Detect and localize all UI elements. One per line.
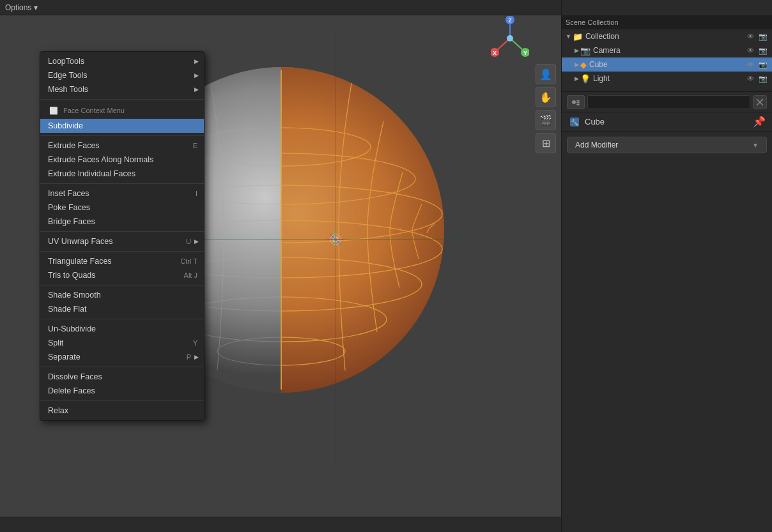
svg-point-55 <box>572 100 576 104</box>
menu-item-mesh-tools[interactable]: Mesh Tools <box>40 82 204 96</box>
svg-point-35 <box>507 35 513 42</box>
face-context-icon: ⬜ <box>48 105 59 116</box>
menu-item-separate[interactable]: Separate P <box>40 350 204 364</box>
menu-item-inset-faces[interactable]: Inset Faces I <box>40 186 204 201</box>
expand-camera-arrow[interactable]: ▶ <box>575 47 579 54</box>
modifier-tab-icon: 🔧 <box>568 116 581 128</box>
viewport-bottom-bar <box>0 517 561 532</box>
properties-panel: 🔧 Cube 📌 Add Modifier <box>562 92 772 158</box>
props-pin-btn[interactable]: 📌 <box>753 116 766 128</box>
menu-label-extrude-faces: Extrude Faces <box>48 141 100 150</box>
menu-item-edge-tools[interactable]: Edge Tools <box>40 68 204 82</box>
light-vis-icon[interactable]: 👁 <box>745 73 755 84</box>
menu-item-tris-to-quads[interactable]: Tris to Quads Alt J <box>40 268 204 282</box>
shortcut-separate: P <box>187 353 191 361</box>
menu-item-loop-tools[interactable]: LoopTools <box>40 54 204 68</box>
shortcut-triangulate: Ctrl T <box>180 257 197 265</box>
menu-item-shade-flat[interactable]: Shade Flat <box>40 302 204 316</box>
props-object-name: Cube <box>585 117 753 126</box>
viewport-right-tools: 👤 ✋ 🎬 ⊞ <box>536 64 556 153</box>
menu-label-split: Split <box>48 338 63 347</box>
outliner-header: Scene Collection <box>562 15 772 29</box>
menu-item-triangulate[interactable]: Triangulate Faces Ctrl T <box>40 254 204 268</box>
menu-label-extrude-along-normals: Extrude Faces Along Normals <box>48 155 153 164</box>
separator-7 <box>40 319 204 319</box>
viewport: Options ▾ <box>0 0 561 532</box>
menu-label-bridge-faces: Bridge Faces <box>48 217 95 226</box>
select-tool-btn[interactable]: 👤 <box>536 64 556 84</box>
camera-actions: 👁 📷 <box>745 45 768 56</box>
move-tool-btn[interactable]: ✋ <box>536 87 556 107</box>
menu-label-shade-smooth: Shade Smooth <box>48 291 101 300</box>
menu-item-extrude-individual[interactable]: Extrude Individual Faces <box>40 167 204 181</box>
collection-vis-icon[interactable]: 👁 <box>745 31 755 42</box>
menu-item-dissolve-faces[interactable]: Dissolve Faces <box>40 370 204 384</box>
svg-rect-56 <box>576 100 580 102</box>
separator-9 <box>40 400 204 401</box>
menu-item-delete-faces[interactable]: Delete Faces <box>40 384 204 398</box>
props-search-btn[interactable] <box>753 95 767 109</box>
props-tab-selector[interactable] <box>567 95 585 109</box>
viewport-options[interactable]: Options ▾ <box>5 3 38 12</box>
svg-rect-57 <box>576 102 580 103</box>
grid-tool-btn[interactable]: ⊞ <box>536 133 556 153</box>
outliner-item-camera[interactable]: ▶ 📷 Camera 👁 📷 <box>562 43 772 57</box>
outliner-item-light[interactable]: ▶ 💡 Light 👁 📷 <box>562 72 772 86</box>
context-menu: LoopTools Edge Tools Mesh Tools ⬜ Face C… <box>40 51 205 421</box>
menu-item-extrude-along-normals[interactable]: Extrude Faces Along Normals <box>40 153 204 167</box>
menu-label-dissolve-faces: Dissolve Faces <box>48 372 102 381</box>
camera-label: Camera <box>593 46 621 55</box>
svg-text:🔧: 🔧 <box>571 118 579 126</box>
light-actions: 👁 📷 <box>745 73 768 84</box>
cube-vis-icon[interactable]: 👁 <box>745 59 755 70</box>
menu-item-bridge-faces[interactable]: Bridge Faces <box>40 215 204 229</box>
menu-item-uv-unwrap[interactable]: UV Unwrap Faces U <box>40 234 204 248</box>
cube-icon: ◆ <box>580 60 587 70</box>
menu-label-face-context: Face Context Menu <box>63 107 125 114</box>
properties-title-bar: 🔧 Cube 📌 <box>562 112 772 132</box>
separator-6 <box>40 285 204 285</box>
menu-label-subdivide: Subdivide <box>48 121 83 130</box>
menu-item-poke-faces[interactable]: Poke Faces <box>40 201 204 215</box>
separator-5 <box>40 251 204 252</box>
menu-item-face-context[interactable]: ⬜ Face Context Menu <box>40 102 204 119</box>
add-modifier-label: Add Modifier <box>575 141 618 149</box>
shortcut-split: Y <box>193 339 197 347</box>
camera-icon: 📷 <box>580 46 591 56</box>
shortcut-uv: U <box>186 238 191 245</box>
add-modifier-btn[interactable]: Add Modifier <box>567 137 767 153</box>
menu-item-extrude-faces[interactable]: Extrude Faces E <box>40 139 204 153</box>
expand-cube-arrow[interactable]: ▶ <box>575 61 579 68</box>
camera-render-icon[interactable]: 📷 <box>758 45 768 56</box>
menu-item-shade-smooth[interactable]: Shade Smooth <box>40 288 204 302</box>
collection-actions: 👁 📷 <box>745 31 768 42</box>
separator-3 <box>40 183 204 184</box>
shortcut-inset: I <box>196 190 197 197</box>
collection-icon: 📁 <box>573 32 583 42</box>
menu-label-extrude-individual: Extrude Individual Faces <box>48 169 135 178</box>
menu-item-split[interactable]: Split Y <box>40 336 204 350</box>
camera-tool-btn[interactable]: 🎬 <box>536 110 556 130</box>
menu-label-relax: Relax <box>48 406 68 415</box>
properties-search[interactable] <box>587 95 750 109</box>
cube-render-icon[interactable]: 📷 <box>758 59 768 70</box>
axis-widget[interactable]: Z X Y <box>491 16 529 61</box>
expand-light-arrow[interactable]: ▶ <box>575 75 579 82</box>
menu-label-triangulate: Triangulate Faces <box>48 257 112 266</box>
outliner-item-collection[interactable]: ▼ 📁 Collection 👁 📷 <box>562 29 772 43</box>
menu-item-relax[interactable]: Relax <box>40 404 204 418</box>
outliner-title: Scene Collection <box>566 19 619 26</box>
collection-render-icon[interactable]: 📷 <box>758 31 768 42</box>
shortcut-tris-to-quads: Alt J <box>184 271 197 279</box>
light-icon: 💡 <box>580 74 591 84</box>
svg-rect-58 <box>576 104 580 105</box>
menu-item-un-subdivide[interactable]: Un-Subdivide <box>40 322 204 336</box>
light-render-icon[interactable]: 📷 <box>758 73 768 84</box>
cube-actions: 👁 📷 <box>745 59 768 70</box>
light-label: Light <box>593 74 610 83</box>
expand-collection-arrow[interactable]: ▼ <box>566 33 571 40</box>
shortcut-extrude-faces: E <box>193 142 197 149</box>
outliner-item-cube[interactable]: ▶ ◆ Cube 👁 📷 <box>562 57 772 72</box>
camera-vis-icon[interactable]: 👁 <box>745 45 755 56</box>
menu-item-subdivide[interactable]: Subdivide <box>40 119 204 133</box>
